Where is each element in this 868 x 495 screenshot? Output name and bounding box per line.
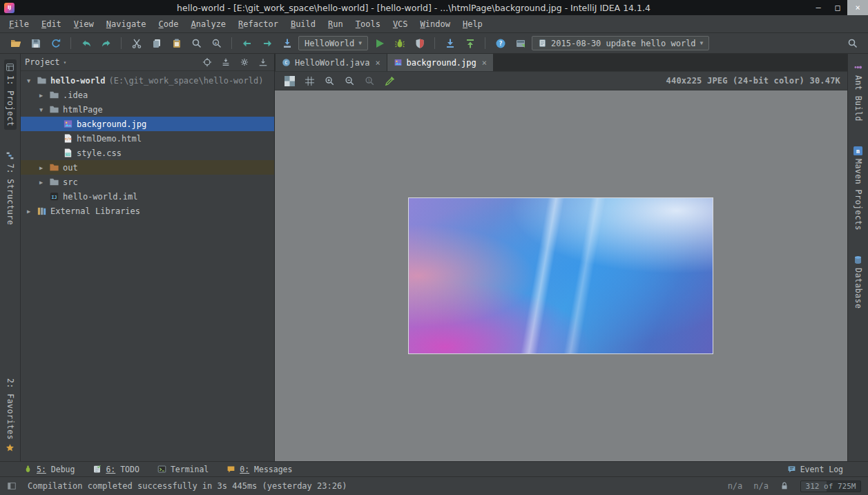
collapse-all-button[interactable] xyxy=(219,55,233,69)
expand-arrow-icon[interactable]: ▼ xyxy=(25,77,32,84)
toolwindow-debug-button[interactable]: 5: Debug xyxy=(23,465,75,474)
toolwindow-database-button[interactable]: Database xyxy=(852,252,865,312)
tree-row-idea[interactable]: ▶ .idea xyxy=(21,88,274,102)
tree-row-src[interactable]: ▶ src xyxy=(21,175,274,189)
menu-file[interactable]: File xyxy=(3,17,35,32)
toolwindow-project-button[interactable]: 1: Project xyxy=(4,59,17,130)
paste-button[interactable] xyxy=(168,35,185,52)
redo-button[interactable] xyxy=(97,35,115,52)
menu-window[interactable]: Window xyxy=(414,17,456,32)
window-button[interactable] xyxy=(512,35,529,52)
tree-item-label: hello-world.iml xyxy=(63,192,137,202)
search-everywhere-button[interactable] xyxy=(844,35,861,52)
menu-vcs[interactable]: VCS xyxy=(387,17,414,32)
hide-panel-button[interactable] xyxy=(256,55,270,69)
color-picker-button[interactable] xyxy=(382,73,398,88)
menu-run[interactable]: Run xyxy=(322,17,349,32)
debug-button[interactable] xyxy=(391,35,408,52)
toolwindow-todo-button[interactable]: 6: TODO xyxy=(93,465,139,474)
toolwindow-ant-button[interactable]: Ant Build xyxy=(852,59,865,125)
highlighting-level-button[interactable] xyxy=(780,481,789,491)
menu-tools[interactable]: Tools xyxy=(349,17,387,32)
toolwindow-structure-button[interactable]: 7: Structure xyxy=(4,148,17,229)
tree-row-out[interactable]: ▶ out xyxy=(21,160,274,175)
back-button[interactable] xyxy=(238,35,255,52)
menu-navigate[interactable]: Navigate xyxy=(100,17,153,32)
menu-help[interactable]: Help xyxy=(456,17,489,32)
menu-code[interactable]: Code xyxy=(153,17,185,32)
vcs-commit-button[interactable] xyxy=(461,35,479,52)
toolbar-separator xyxy=(485,37,485,49)
forward-button[interactable] xyxy=(258,35,276,52)
maximize-button[interactable]: □ xyxy=(828,0,847,15)
chevron-down-icon: ▾ xyxy=(64,59,67,66)
tab-label: HelloWorld.java xyxy=(295,58,369,68)
menu-build[interactable]: Build xyxy=(284,17,322,32)
scissors-icon xyxy=(131,38,142,49)
expand-arrow-icon[interactable]: ▶ xyxy=(25,208,32,215)
synchronize-button[interactable] xyxy=(47,35,64,52)
intellij-logo-icon[interactable]: IJ xyxy=(4,3,15,13)
close-button[interactable]: × xyxy=(847,0,868,15)
cut-button[interactable] xyxy=(128,35,145,52)
tree-row-style-css[interactable]: CSS style.css xyxy=(21,146,274,160)
panel-settings-button[interactable] xyxy=(238,55,251,69)
replace-button[interactable]: a xyxy=(208,35,225,52)
tree-row-background-jpg[interactable]: background.jpg xyxy=(21,117,274,131)
actual-size-button[interactable]: 1 xyxy=(362,73,378,88)
vcs-update-button[interactable] xyxy=(441,35,459,52)
tree-item-label: External Libraries xyxy=(50,206,140,216)
expand-arrow-icon[interactable]: ▶ xyxy=(37,92,45,99)
zoom-out-button[interactable] xyxy=(342,73,358,88)
svg-text:CSS: CSS xyxy=(65,153,70,156)
ant-icon xyxy=(853,63,862,72)
project-view-combo[interactable]: Project ▾ xyxy=(25,57,66,67)
toolwindow-messages-button[interactable]: 0: Messages xyxy=(226,465,292,474)
transparency-toggle-button[interactable] xyxy=(282,73,298,88)
find-button[interactable] xyxy=(188,35,205,52)
compile-icon xyxy=(282,38,293,49)
make-project-button[interactable] xyxy=(278,35,296,52)
copy-button[interactable] xyxy=(148,35,165,52)
memory-indicator[interactable]: 312 of 725M xyxy=(800,481,861,492)
toolwindow-terminal-button[interactable]: Terminal xyxy=(157,465,209,474)
toolwindow-database-label: Database xyxy=(853,268,863,309)
menu-refactor[interactable]: Refactor xyxy=(232,17,284,32)
tree-row-project-root[interactable]: ▼ hello-world (E:\git_work_space\hello-w… xyxy=(21,73,274,88)
tree-row-iml[interactable]: IJ hello-world.iml xyxy=(21,189,274,204)
target-icon xyxy=(202,57,212,67)
tab-helloworld-java[interactable]: C HelloWorld.java × xyxy=(276,54,387,71)
minimize-button[interactable]: – xyxy=(809,0,828,15)
expand-arrow-icon[interactable]: ▶ xyxy=(37,164,45,171)
zoom-in-button[interactable] xyxy=(322,73,338,88)
status-message: Compilation completed successfully in 3s… xyxy=(28,481,347,491)
expand-arrow-icon[interactable]: ▶ xyxy=(37,179,45,186)
open-file-button[interactable] xyxy=(7,35,24,52)
help-button[interactable]: ? xyxy=(492,35,509,52)
task-combo[interactable]: 2015-08-30 update hello world ▼ xyxy=(532,36,709,50)
run-config-combo[interactable]: HelloWorld ▼ xyxy=(298,36,368,50)
coverage-shield-icon xyxy=(414,38,425,49)
toolwindow-maven-button[interactable]: m Maven Projects xyxy=(852,143,865,234)
grid-toggle-button[interactable] xyxy=(302,73,318,88)
project-view-label: Project xyxy=(25,57,60,67)
menu-edit[interactable]: Edit xyxy=(35,17,68,32)
tree-row-htmlpage[interactable]: ▼ htmlPage xyxy=(21,102,274,117)
coverage-button[interactable] xyxy=(411,35,428,52)
toolwindow-favorites-button[interactable]: 2: Favorites xyxy=(4,375,17,456)
project-panel: Project ▾ ▼ hello-world (E:\git_work_spa… xyxy=(21,54,275,461)
tree-row-external-libraries[interactable]: ▶ External Libraries xyxy=(21,204,274,218)
event-log-button[interactable]: Event Log xyxy=(787,465,843,474)
menu-analyze[interactable]: Analyze xyxy=(185,17,233,32)
scroll-from-source-button[interactable] xyxy=(200,55,214,69)
expand-arrow-icon[interactable]: ▼ xyxy=(37,106,45,113)
save-all-button[interactable] xyxy=(27,35,44,52)
close-icon[interactable]: × xyxy=(482,58,487,68)
run-button[interactable] xyxy=(371,35,388,52)
undo-button[interactable] xyxy=(77,35,95,52)
tab-background-jpg[interactable]: background.jpg × xyxy=(387,54,494,71)
close-icon[interactable]: × xyxy=(375,58,380,68)
tree-row-htmldemo-html[interactable]: </> htmlDemo.html xyxy=(21,131,274,146)
menu-view[interactable]: View xyxy=(68,17,100,32)
toolwindow-toggle-button[interactable] xyxy=(7,481,17,491)
